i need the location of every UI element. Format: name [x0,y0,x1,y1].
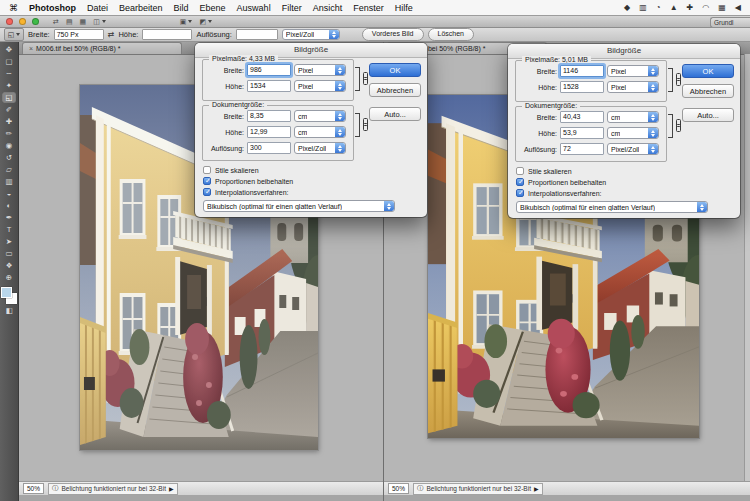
bridge-icon[interactable]: ⇄ [53,18,59,26]
screen-mode-button[interactable]: ◧ [2,305,16,316]
pixel-height-input[interactable]: 1528 [560,81,604,93]
tool-marquee-icon[interactable]: ▢ [2,56,16,67]
ok-button[interactable]: OK [682,64,734,78]
menu-item-photoshop[interactable]: Photoshop [29,3,76,13]
scale-styles-checkbox[interactable] [516,167,524,175]
status-info-field[interactable]: ⓘ Belichtung funktioniert nur bei 32-Bit… [413,483,543,495]
tool-blur-icon[interactable]: ◒ [2,188,16,199]
resolution-input[interactable]: 72 [560,143,604,155]
pixel-width-unit-select[interactable]: Pixel [294,64,346,76]
pixel-width-unit-select[interactable]: Pixel [607,65,659,77]
doc-width-input[interactable]: 40,43 [560,111,604,123]
cancel-button[interactable]: Abbrechen [682,84,734,98]
interpolation-method-select[interactable]: Bikubisch (optimal für einen glatten Ver… [203,200,395,212]
tool-move-icon[interactable]: ✥ [2,44,16,55]
tool-shape-icon[interactable]: ▭ [2,248,16,259]
menu-item-fenster[interactable]: Fenster [353,3,384,13]
pixel-height-input[interactable]: 1534 [247,80,291,92]
pixel-height-unit-select[interactable]: Pixel [607,81,659,93]
resolution-input[interactable]: 300 [247,142,291,154]
tool-type-icon[interactable]: T [2,224,16,235]
displays-icon[interactable]: ▥ [639,3,647,12]
menu-item-ebene[interactable]: Ebene [200,3,226,13]
guides-icon[interactable]: ▤ [66,18,73,26]
resolution-unit-select[interactable]: Pixel/Zoll [282,29,340,40]
ok-button[interactable]: OK [369,63,421,77]
pixel-height-unit-select[interactable]: Pixel [294,80,346,92]
pixel-width-input[interactable]: 1146 [560,65,604,77]
resolution-unit-select[interactable]: Pixel/Zoll [607,143,659,155]
doc-height-unit-select[interactable]: cm [607,127,659,139]
tool-zoom-icon[interactable]: ⊕ [2,272,16,283]
battery-icon[interactable]: ▦ [718,3,726,12]
status-info-field[interactable]: ⓘ Belichtung funktioniert nur bei 32-Bit… [48,483,178,495]
language-icon[interactable]: ▲ [670,3,678,12]
menu-item-hilfe[interactable]: Hilfe [395,3,413,13]
status-menu-arrow-icon[interactable]: ▶ [169,485,174,492]
interpolation-method-select[interactable]: Bikubisch (optimal für einen glatten Ver… [516,201,708,213]
arrange-documents-icon[interactable]: ▣ [180,18,193,26]
constrain-proportions-checkbox[interactable] [516,178,524,186]
menu-item-auswahl[interactable]: Auswahl [237,3,271,13]
front-image-button[interactable]: Vorderes Bild [362,28,424,41]
document-tab-left[interactable]: × M006.tif bei 50% (RGB/8) * [22,42,182,54]
menu-item-bearbeiten[interactable]: Bearbeiten [119,3,163,13]
wifi-icon[interactable]: ◠ [702,3,709,12]
apple-menu-icon[interactable]: ⌘ [9,3,18,13]
crop-resolution-input[interactable] [236,29,278,40]
tool-healing-brush-icon[interactable]: ✚ [2,116,16,127]
cancel-button[interactable]: Abbrechen [369,83,421,97]
tool-lasso-icon[interactable]: ∽ [2,68,16,79]
tool-pen-icon[interactable]: ✒ [2,212,16,223]
crop-tool-preset-icon[interactable]: ◱ [4,28,24,41]
crop-height-input[interactable] [142,29,192,40]
tool-clone-stamp-icon[interactable]: ◉ [2,140,16,151]
rulers-icon[interactable]: ▦ [80,18,87,26]
close-window-button[interactable] [6,18,13,25]
tool-magic-wand-icon[interactable]: ✦ [2,80,16,91]
zoom-level-field[interactable]: 50% [388,483,409,494]
tool-crop-icon[interactable]: ◱ [2,92,16,103]
menu-item-ansicht[interactable]: Ansicht [313,3,343,13]
tool-eraser-icon[interactable]: ▱ [2,164,16,175]
auto-button[interactable]: Auto... [369,107,421,121]
tool-path-select-icon[interactable]: ➤ [2,236,16,247]
workspace-button[interactable]: Grundl [710,17,750,28]
resample-image-checkbox[interactable] [516,189,524,197]
clear-button[interactable]: Löschen [428,28,474,41]
menu-item-datei[interactable]: Datei [87,3,108,13]
minimize-window-button[interactable] [19,18,26,25]
menu-item-bild[interactable]: Bild [174,3,189,13]
doc-width-unit-select[interactable]: cm [607,111,659,123]
menu-item-filter[interactable]: Filter [282,3,302,13]
pixel-width-input[interactable]: 986 [247,64,291,76]
bluetooth-icon[interactable]: ✚ [687,3,694,12]
screen-mode-icon[interactable]: ◩ [199,18,212,26]
zoom-level-field[interactable]: 50% [23,483,44,494]
tool-gradient-icon[interactable]: ▥ [2,176,16,187]
resample-image-checkbox[interactable] [203,188,211,196]
doc-height-unit-select[interactable]: cm [294,126,346,138]
tool-eyedropper-icon[interactable]: ✐ [2,104,16,115]
swap-dimensions-icon[interactable]: ⇄ [108,30,115,39]
constrain-proportions-checkbox[interactable] [203,177,211,185]
auto-button[interactable]: Auto... [682,108,734,122]
time-machine-icon[interactable]: ◔ [656,3,661,12]
scale-styles-checkbox[interactable] [203,166,211,174]
zoom-window-button[interactable] [32,18,39,25]
foreground-color-swatch[interactable] [1,287,12,298]
doc-height-input[interactable]: 12,99 [247,126,291,138]
crop-width-input[interactable]: 750 Px [54,29,104,40]
volume-icon[interactable]: ◀ [735,3,741,12]
tool-hand-icon[interactable]: ❖ [2,260,16,271]
doc-height-input[interactable]: 53,9 [560,127,604,139]
status-menu-arrow-icon[interactable]: ▶ [534,485,539,492]
doc-width-input[interactable]: 8,35 [247,110,291,122]
tab-close-icon[interactable]: × [29,45,33,52]
tool-history-brush-icon[interactable]: ↺ [2,152,16,163]
tool-brush-icon[interactable]: ✏ [2,128,16,139]
dropbox-icon[interactable]: ◆ [624,3,630,12]
view-extras-icon[interactable]: ◫ [93,18,106,26]
scrollbar[interactable] [744,54,750,482]
doc-width-unit-select[interactable]: cm [294,110,346,122]
